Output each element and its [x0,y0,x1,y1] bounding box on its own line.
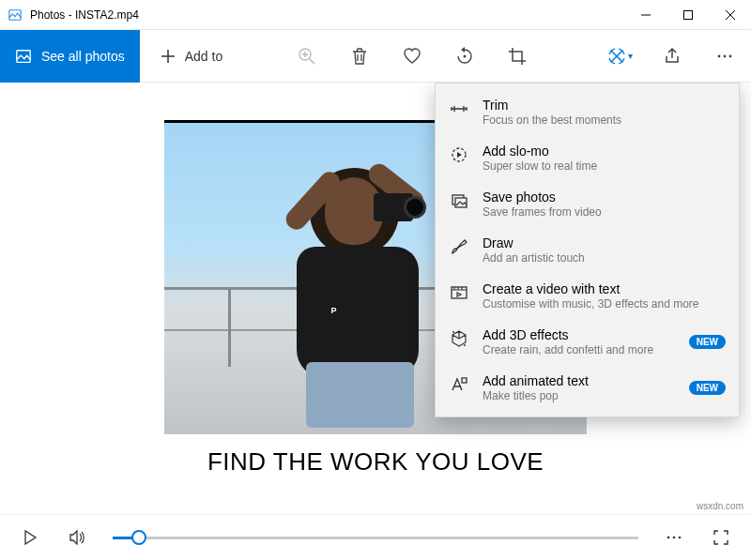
svg-point-12 [452,331,454,333]
zoom-button[interactable] [281,30,333,83]
svg-point-17 [679,537,682,539]
add-to-label: Add to [185,49,222,64]
delete-button[interactable] [333,30,386,83]
svg-point-7 [729,54,732,57]
volume-button[interactable] [56,517,98,558]
playback-controls [0,514,751,560]
trim-icon [449,98,469,119]
more-button[interactable] [698,30,751,83]
save-photos-icon [449,190,469,211]
new-badge: NEW [689,335,726,349]
share-button[interactable] [646,30,698,83]
menu-item-save-photos[interactable]: Save photosSave frames from video [436,181,739,227]
content-area: P FIND THE WORK YOU LOVE TrimFocus on th… [0,83,751,514]
edit-create-menu: TrimFocus on the best moments Add slo-mo… [435,83,740,417]
menu-item-draw[interactable]: DrawAdd an artistic touch [436,227,739,273]
menu-title: Add slo-mo [483,144,726,159]
menu-sub: Add an artistic touch [483,251,726,265]
progress-slider[interactable] [113,537,638,539]
svg-point-16 [673,537,676,539]
menu-item-trim[interactable]: TrimFocus on the best moments [436,89,739,135]
watermark: wsxdn.com [697,501,743,511]
chevron-down-icon: ▾ [628,51,633,61]
menu-title: Draw [483,235,726,250]
menu-item-3d-effects[interactable]: Add 3D effectsCreate rain, add confetti … [436,319,739,365]
create-video-icon [449,282,469,303]
rotate-button[interactable] [438,30,491,83]
svg-rect-1 [683,10,692,19]
menu-sub: Super slow to real time [483,159,726,173]
menu-sub: Customise with music, 3D effects and mor… [483,297,726,310]
play-button[interactable] [9,517,51,558]
svg-point-15 [667,537,670,539]
menu-sub: Make titles pop [483,389,676,402]
new-badge: NEW [689,381,726,395]
menu-title: Add animated text [483,373,676,388]
app-icon [0,8,30,22]
see-all-label: See all photos [41,49,125,64]
slomo-icon [449,144,469,165]
threed-icon [449,328,469,349]
maximize-button[interactable] [667,0,709,30]
edit-create-button[interactable]: ▾ [593,30,646,83]
svg-point-5 [718,54,721,57]
add-to-button[interactable]: Add to [140,30,241,83]
svg-point-13 [464,344,466,346]
svg-rect-14 [462,378,467,383]
more-controls-button[interactable] [653,517,695,558]
svg-point-6 [724,54,727,57]
crop-button[interactable] [491,30,544,83]
menu-item-animated-text[interactable]: Add animated textMake titles pop NEW [436,365,739,411]
menu-title: Add 3D effects [483,327,676,342]
menu-title: Create a video with text [483,281,726,296]
fullscreen-button[interactable] [700,517,742,558]
window-title: Photos - INSTA2.mp4 [30,8,624,22]
menu-title: Save photos [483,189,726,204]
svg-point-4 [464,54,467,57]
favorite-button[interactable] [386,30,438,83]
close-button[interactable] [709,0,751,30]
slider-thumb[interactable] [131,530,146,545]
menu-title: Trim [483,98,726,113]
toolbar: See all photos Add to ▾ [0,30,751,83]
menu-item-create-video[interactable]: Create a video with textCustomise with m… [436,273,739,319]
title-bar: Photos - INSTA2.mp4 [0,0,751,30]
menu-item-slomo[interactable]: Add slo-moSuper slow to real time [436,135,739,181]
see-all-photos-button[interactable]: See all photos [0,30,140,83]
video-caption: FIND THE WORK YOU LOVE [164,434,587,477]
draw-icon [449,236,469,257]
animated-text-icon [449,374,469,395]
menu-sub: Create rain, add confetti and more [483,343,676,356]
minimize-button[interactable] [624,0,667,30]
menu-sub: Focus on the best moments [483,114,726,127]
menu-sub: Save frames from video [483,205,726,219]
svg-rect-11 [452,287,467,298]
